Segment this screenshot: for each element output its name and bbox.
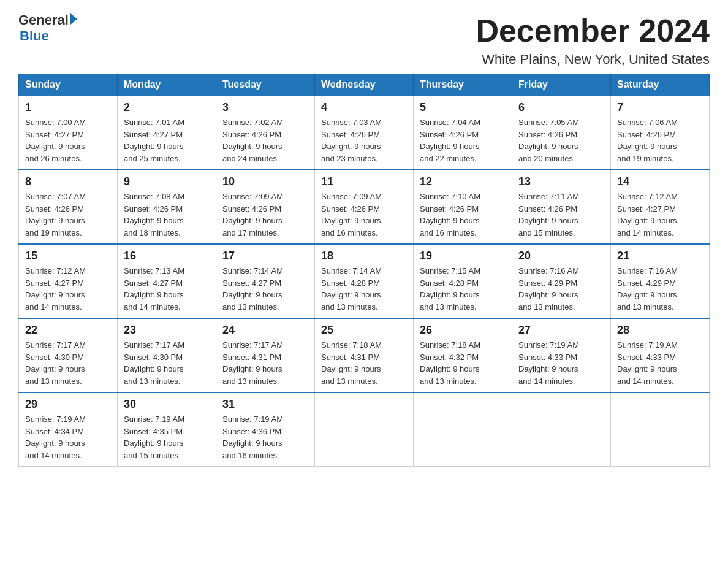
day-info: Sunrise: 7:09 AM Sunset: 4:26 PM Dayligh… — [222, 191, 308, 239]
weekday-header-sunday: Sunday — [19, 74, 118, 96]
day-cell: 24 Sunrise: 7:17 AM Sunset: 4:31 PM Dayl… — [216, 318, 315, 393]
day-number: 29 — [25, 398, 111, 411]
day-cell: 11 Sunrise: 7:09 AM Sunset: 4:26 PM Dayl… — [315, 170, 414, 244]
day-cell: 29 Sunrise: 7:19 AM Sunset: 4:34 PM Dayl… — [19, 393, 118, 467]
day-number: 24 — [222, 324, 308, 337]
day-cell: 22 Sunrise: 7:17 AM Sunset: 4:30 PM Dayl… — [19, 318, 118, 393]
day-number: 28 — [617, 324, 703, 337]
day-cell: 4 Sunrise: 7:03 AM Sunset: 4:26 PM Dayli… — [315, 96, 414, 170]
day-cell: 2 Sunrise: 7:01 AM Sunset: 4:27 PM Dayli… — [118, 96, 216, 170]
day-info: Sunrise: 7:16 AM Sunset: 4:29 PM Dayligh… — [617, 265, 703, 313]
day-cell: 27 Sunrise: 7:19 AM Sunset: 4:33 PM Dayl… — [512, 318, 611, 393]
day-info: Sunrise: 7:04 AM Sunset: 4:26 PM Dayligh… — [420, 117, 506, 164]
day-info: Sunrise: 7:07 AM Sunset: 4:26 PM Dayligh… — [25, 191, 111, 239]
page-header: General Blue December 2024 White Plains,… — [18, 12, 710, 67]
day-cell: 19 Sunrise: 7:15 AM Sunset: 4:28 PM Dayl… — [414, 244, 512, 318]
day-cell: 10 Sunrise: 7:09 AM Sunset: 4:26 PM Dayl… — [216, 170, 315, 244]
day-cell — [315, 393, 414, 467]
day-cell: 23 Sunrise: 7:17 AM Sunset: 4:30 PM Dayl… — [118, 318, 216, 393]
day-number: 21 — [617, 250, 703, 262]
day-cell: 1 Sunrise: 7:00 AM Sunset: 4:27 PM Dayli… — [19, 96, 118, 170]
day-info: Sunrise: 7:10 AM Sunset: 4:26 PM Dayligh… — [420, 191, 506, 239]
weekday-header-row: SundayMondayTuesdayWednesdayThursdayFrid… — [19, 74, 710, 96]
weekday-header-thursday: Thursday — [414, 74, 512, 96]
day-info: Sunrise: 7:16 AM Sunset: 4:29 PM Dayligh… — [518, 265, 604, 313]
day-cell: 6 Sunrise: 7:05 AM Sunset: 4:26 PM Dayli… — [512, 96, 611, 170]
day-number: 13 — [518, 175, 604, 188]
day-cell: 8 Sunrise: 7:07 AM Sunset: 4:26 PM Dayli… — [19, 170, 118, 244]
day-number: 22 — [25, 324, 111, 337]
day-info: Sunrise: 7:19 AM Sunset: 4:34 PM Dayligh… — [25, 413, 111, 461]
day-number: 7 — [617, 101, 703, 114]
day-number: 8 — [25, 175, 111, 188]
weekday-header-friday: Friday — [512, 74, 611, 96]
day-cell: 30 Sunrise: 7:19 AM Sunset: 4:35 PM Dayl… — [118, 393, 216, 467]
day-cell: 5 Sunrise: 7:04 AM Sunset: 4:26 PM Dayli… — [414, 96, 512, 170]
day-info: Sunrise: 7:02 AM Sunset: 4:26 PM Dayligh… — [222, 117, 308, 164]
day-number: 17 — [222, 250, 308, 262]
day-info: Sunrise: 7:13 AM Sunset: 4:27 PM Dayligh… — [124, 265, 210, 313]
day-info: Sunrise: 7:12 AM Sunset: 4:27 PM Dayligh… — [617, 191, 703, 239]
day-cell: 31 Sunrise: 7:19 AM Sunset: 4:36 PM Dayl… — [216, 393, 315, 467]
day-cell: 16 Sunrise: 7:13 AM Sunset: 4:27 PM Dayl… — [118, 244, 216, 318]
day-number: 12 — [420, 175, 506, 188]
day-cell: 15 Sunrise: 7:12 AM Sunset: 4:27 PM Dayl… — [19, 244, 118, 318]
day-cell: 18 Sunrise: 7:14 AM Sunset: 4:28 PM Dayl… — [315, 244, 414, 318]
day-info: Sunrise: 7:17 AM Sunset: 4:31 PM Dayligh… — [222, 339, 308, 387]
day-cell: 7 Sunrise: 7:06 AM Sunset: 4:26 PM Dayli… — [611, 96, 710, 170]
day-info: Sunrise: 7:01 AM Sunset: 4:27 PM Dayligh… — [124, 117, 210, 164]
day-cell: 3 Sunrise: 7:02 AM Sunset: 4:26 PM Dayli… — [216, 96, 315, 170]
month-title: December 2024 — [476, 12, 710, 49]
day-cell: 25 Sunrise: 7:18 AM Sunset: 4:31 PM Dayl… — [315, 318, 414, 393]
day-number: 15 — [25, 250, 111, 262]
day-number: 26 — [420, 324, 506, 337]
week-row-1: 1 Sunrise: 7:00 AM Sunset: 4:27 PM Dayli… — [19, 96, 710, 170]
day-cell: 9 Sunrise: 7:08 AM Sunset: 4:26 PM Dayli… — [118, 170, 216, 244]
day-cell: 13 Sunrise: 7:11 AM Sunset: 4:26 PM Dayl… — [512, 170, 611, 244]
day-number: 10 — [222, 175, 308, 188]
day-number: 5 — [420, 101, 506, 114]
location-subtitle: White Plains, New York, United States — [476, 52, 710, 67]
day-info: Sunrise: 7:19 AM Sunset: 4:33 PM Dayligh… — [617, 339, 703, 387]
day-number: 16 — [124, 250, 210, 262]
day-number: 6 — [518, 101, 604, 114]
weekday-header-saturday: Saturday — [611, 74, 710, 96]
week-row-5: 29 Sunrise: 7:19 AM Sunset: 4:34 PM Dayl… — [19, 393, 710, 467]
day-info: Sunrise: 7:11 AM Sunset: 4:26 PM Dayligh… — [518, 191, 604, 239]
day-info: Sunrise: 7:06 AM Sunset: 4:26 PM Dayligh… — [617, 117, 703, 164]
day-number: 14 — [617, 175, 703, 188]
day-info: Sunrise: 7:18 AM Sunset: 4:31 PM Dayligh… — [321, 339, 407, 387]
day-number: 23 — [124, 324, 210, 337]
day-info: Sunrise: 7:19 AM Sunset: 4:36 PM Dayligh… — [222, 413, 308, 461]
day-cell: 17 Sunrise: 7:14 AM Sunset: 4:27 PM Dayl… — [216, 244, 315, 318]
day-info: Sunrise: 7:08 AM Sunset: 4:26 PM Dayligh… — [124, 191, 210, 239]
day-info: Sunrise: 7:03 AM Sunset: 4:26 PM Dayligh… — [321, 117, 407, 164]
week-row-2: 8 Sunrise: 7:07 AM Sunset: 4:26 PM Dayli… — [19, 170, 710, 244]
day-number: 20 — [518, 250, 604, 262]
day-number: 4 — [321, 101, 407, 114]
weekday-header-tuesday: Tuesday — [216, 74, 315, 96]
day-cell: 28 Sunrise: 7:19 AM Sunset: 4:33 PM Dayl… — [611, 318, 710, 393]
logo: General Blue — [18, 12, 77, 44]
day-info: Sunrise: 7:18 AM Sunset: 4:32 PM Dayligh… — [420, 339, 506, 387]
day-number: 30 — [124, 398, 210, 411]
day-number: 11 — [321, 175, 407, 188]
day-info: Sunrise: 7:09 AM Sunset: 4:26 PM Dayligh… — [321, 191, 407, 239]
day-cell: 12 Sunrise: 7:10 AM Sunset: 4:26 PM Dayl… — [414, 170, 512, 244]
day-info: Sunrise: 7:17 AM Sunset: 4:30 PM Dayligh… — [124, 339, 210, 387]
week-row-4: 22 Sunrise: 7:17 AM Sunset: 4:30 PM Dayl… — [19, 318, 710, 393]
day-number: 31 — [222, 398, 308, 411]
day-info: Sunrise: 7:14 AM Sunset: 4:28 PM Dayligh… — [321, 265, 407, 313]
day-info: Sunrise: 7:17 AM Sunset: 4:30 PM Dayligh… — [25, 339, 111, 387]
day-cell: 26 Sunrise: 7:18 AM Sunset: 4:32 PM Dayl… — [414, 318, 512, 393]
weekday-header-wednesday: Wednesday — [315, 74, 414, 96]
day-number: 9 — [124, 175, 210, 188]
day-info: Sunrise: 7:19 AM Sunset: 4:35 PM Dayligh… — [124, 413, 210, 461]
title-section: December 2024 White Plains, New York, Un… — [476, 12, 710, 67]
day-cell — [414, 393, 512, 467]
day-number: 25 — [321, 324, 407, 337]
day-number: 18 — [321, 250, 407, 262]
day-number: 19 — [420, 250, 506, 262]
day-info: Sunrise: 7:14 AM Sunset: 4:27 PM Dayligh… — [222, 265, 308, 313]
day-cell: 21 Sunrise: 7:16 AM Sunset: 4:29 PM Dayl… — [611, 244, 710, 318]
